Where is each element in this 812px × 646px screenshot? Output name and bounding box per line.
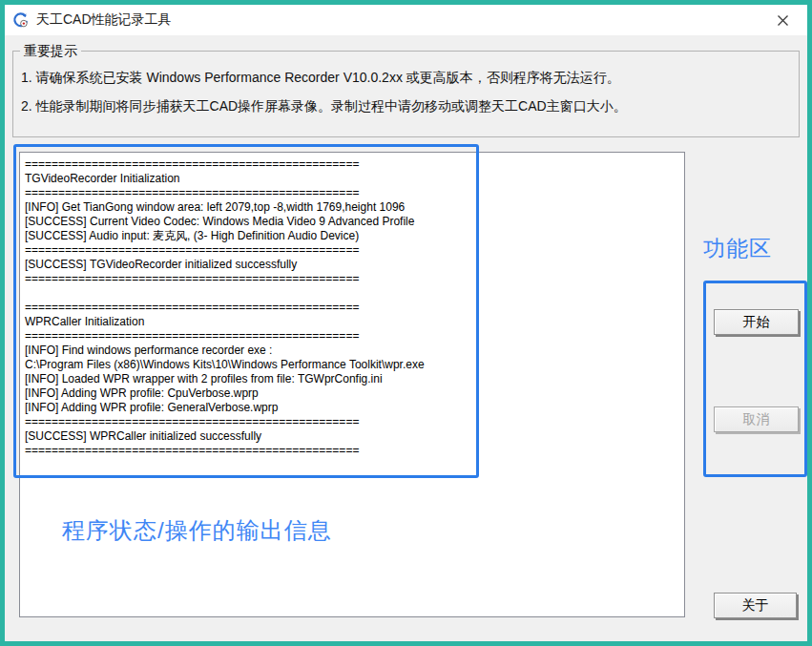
notice-groupbox: 重要提示 1. 请确保系统已安装 Windows Performance Rec… [12, 51, 800, 137]
log-output[interactable]: ========================================… [19, 152, 685, 617]
start-button[interactable]: 开始 [714, 309, 799, 335]
close-button[interactable] [765, 5, 800, 35]
notice-groupbox-title: 重要提示 [20, 43, 81, 60]
app-logo-icon [12, 12, 29, 29]
cancel-button[interactable]: 取消 [714, 406, 799, 432]
about-button[interactable]: 关于 [714, 593, 797, 618]
notice-line-2: 2. 性能录制期间将同步捕获天工CAD操作屏幕录像。录制过程中请勿移动或调整天工… [21, 98, 627, 115]
title-bar: 天工CAD性能记录工具 [5, 5, 807, 35]
window-title: 天工CAD性能记录工具 [36, 11, 172, 29]
notice-line-1: 1. 请确保系统已安装 Windows Performance Recorder… [21, 70, 620, 87]
close-icon [776, 13, 790, 28]
